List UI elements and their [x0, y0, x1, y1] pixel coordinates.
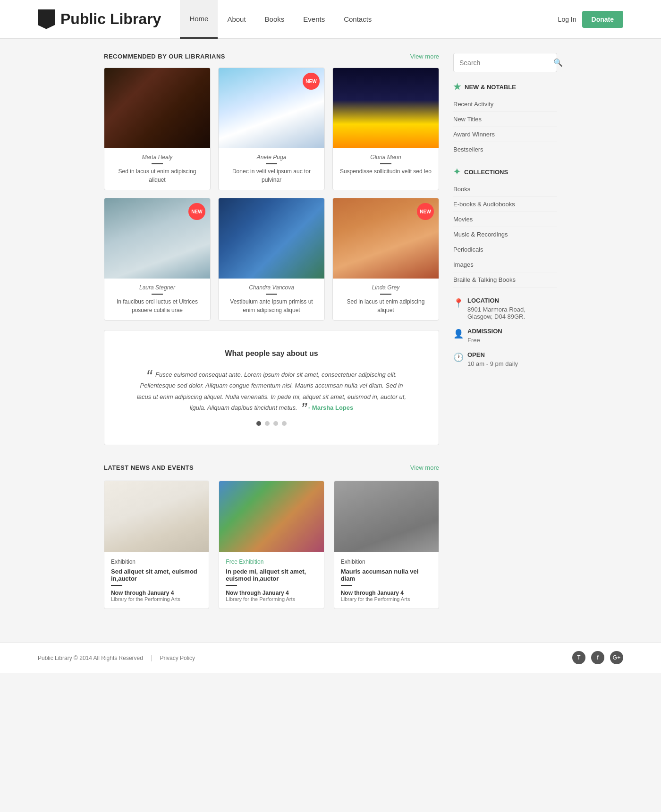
- footer-privacy[interactable]: Privacy Policy: [160, 655, 195, 661]
- dot-1[interactable]: [256, 421, 261, 426]
- news-view-more[interactable]: View more: [410, 464, 439, 471]
- dot-4[interactable]: [282, 421, 287, 426]
- book-desc-6: Sed in lacus ut enim adipiscing aliquet: [339, 297, 433, 314]
- nav-about[interactable]: About: [218, 0, 255, 39]
- search-button[interactable]: 🔍: [548, 53, 568, 72]
- sidebar-item-award-winners[interactable]: Award Winners: [453, 127, 557, 142]
- book-desc-5: Vestibulum ante ipsum primiss ut enim ad…: [224, 297, 319, 314]
- sidebar-item-periodicals[interactable]: Periodicals: [453, 242, 557, 257]
- news-divider-3: [341, 585, 352, 586]
- sidebar-item-recent-activity[interactable]: Recent Activity: [453, 97, 557, 112]
- main-container: RECOMMENDED BY OUR LIBRARIANS View more …: [94, 39, 567, 633]
- book-card[interactable]: Marta Healy Sed in lacus ut enim adipisc…: [104, 68, 211, 190]
- book-card[interactable]: NEW Linda Grey Sed in lacus ut enim adip…: [332, 198, 439, 321]
- book-divider-2: [266, 163, 277, 164]
- dot-3[interactable]: [273, 421, 278, 426]
- book-desc-3: Suspendisse sollicitudin velit sed leo: [339, 167, 433, 176]
- testimonials-title: What people say about us: [133, 349, 410, 358]
- book-info-3: Gloria Mann Suspendisse sollicitudin vel…: [333, 148, 439, 181]
- book-author-3: Gloria Mann: [339, 154, 433, 161]
- sidebar-item-new-titles[interactable]: New Titles: [453, 112, 557, 127]
- nav-books[interactable]: Books: [255, 0, 294, 39]
- news-section: LATEST NEWS AND EVENTS View more Exhibit…: [104, 455, 439, 618]
- book-card[interactable]: Gloria Mann Suspendisse sollicitudin vel…: [332, 68, 439, 190]
- book-divider-1: [152, 163, 163, 164]
- sidebar-admission: 👤 ADMISSION Free: [453, 328, 557, 344]
- nav-home[interactable]: Home: [180, 0, 218, 39]
- news-card-3[interactable]: Exhibition Mauris accumsan nulla vel dia…: [334, 481, 439, 609]
- sidebar-item-braille[interactable]: Braille & Talking Books: [453, 272, 557, 288]
- book-info-6: Linda Grey Sed in lacus ut enim adipisci…: [333, 279, 439, 320]
- news-body-1: Exhibition Sed aliquet sit amet, euismod…: [104, 552, 209, 609]
- sidebar-location: 📍 LOCATION 8901 Marmora Road,Glasgow, D0…: [453, 297, 557, 320]
- sidebar-item-ebooks[interactable]: E-books & Audiobooks: [453, 197, 557, 212]
- content-area: RECOMMENDED BY OUR LIBRARIANS View more …: [104, 53, 439, 618]
- sidebar-notable: ★ NEW & NOTABLE Recent Activity New Titl…: [453, 82, 557, 157]
- book-card[interactable]: NEW Laura Stegner In faucibus orci luctu…: [104, 198, 211, 321]
- sidebar-item-movies[interactable]: Movies: [453, 212, 557, 227]
- facebook-icon[interactable]: f: [591, 651, 604, 664]
- news-card-title-1: Sed aliquet sit amet, euismod in,auctor: [111, 568, 202, 582]
- books-grid: Marta Healy Sed in lacus ut enim adipisc…: [104, 68, 439, 321]
- quote-text: “ Fusce euismod consequat ante. Lorem ip…: [133, 369, 410, 414]
- location-row: 📍 LOCATION 8901 Marmora Road,Glasgow, D0…: [453, 297, 557, 320]
- notable-title: ★ NEW & NOTABLE: [453, 82, 557, 92]
- book-card[interactable]: Chandra Vancova Vestibulum ante ipsum pr…: [218, 198, 325, 321]
- news-grid: Exhibition Sed aliquet sit amet, euismod…: [104, 481, 439, 609]
- admission-icon: 👤: [453, 329, 464, 339]
- nav-events[interactable]: Events: [294, 0, 334, 39]
- clock-icon: 🕐: [453, 352, 464, 363]
- book-author-1: Marta Healy: [110, 154, 204, 161]
- news-date-2: Now through January 4: [226, 590, 317, 596]
- news-title: LATEST NEWS AND EVENTS: [104, 464, 194, 471]
- news-venue-3: Library for the Performing Arts: [341, 596, 432, 602]
- news-card-title-3: Mauris accumsan nulla vel diam: [341, 568, 432, 582]
- footer-separator: |: [151, 654, 153, 661]
- location-address: 8901 Marmora Road,Glasgow, D04 89GR.: [467, 306, 525, 320]
- sidebar-item-books[interactable]: Books: [453, 182, 557, 197]
- news-divider-1: [111, 585, 122, 586]
- star-icon: ★: [453, 82, 461, 92]
- main-nav: Home About Books Events Contacts: [180, 0, 558, 39]
- news-card-2[interactable]: Free Exhibition In pede mi, aliquet sit …: [219, 481, 324, 609]
- book-divider-6: [380, 294, 391, 295]
- new-badge-2: NEW: [303, 73, 320, 90]
- sidebar-hours: 🕐 OPEN 10 am - 9 pm daily: [453, 351, 557, 367]
- nav-contacts[interactable]: Contacts: [334, 0, 381, 39]
- testimonial-dots: [133, 421, 410, 426]
- sidebar-item-images[interactable]: Images: [453, 257, 557, 272]
- book-desc-1: Sed in lacus ut enim adipiscing aliquet: [110, 167, 204, 184]
- news-divider-2: [226, 585, 237, 586]
- news-date-3: Now through January 4: [341, 590, 432, 596]
- book-info-1: Marta Healy Sed in lacus ut enim adipisc…: [104, 148, 210, 190]
- news-header: LATEST NEWS AND EVENTS View more: [104, 464, 439, 471]
- sidebar-item-music[interactable]: Music & Recordings: [453, 227, 557, 242]
- collections-title: ✦ COLLECTIONS: [453, 167, 557, 177]
- twitter-icon[interactable]: T: [572, 651, 585, 664]
- news-venue-1: Library for the Performing Arts: [111, 596, 202, 602]
- book-card[interactable]: NEW Anete Puga Donec in velit vel ipsum …: [218, 68, 325, 190]
- new-badge-6: NEW: [417, 203, 434, 220]
- dot-2[interactable]: [265, 421, 270, 426]
- sidebar-item-bestsellers[interactable]: Bestsellers: [453, 142, 557, 157]
- quote-close-icon: ”: [301, 400, 306, 419]
- search-box: 🔍: [453, 53, 557, 72]
- news-tag-3: Exhibition: [341, 558, 432, 565]
- book-desc-4: In faucibus orci luctus et Ultrices posu…: [110, 297, 204, 314]
- googleplus-icon[interactable]: G+: [610, 651, 623, 664]
- search-input[interactable]: [454, 54, 548, 71]
- footer-left: Public Library © 2014 All Rights Reserve…: [38, 654, 195, 661]
- header-actions: Log In Donate: [558, 11, 623, 28]
- news-card-1[interactable]: Exhibition Sed aliquet sit amet, euismod…: [104, 481, 209, 609]
- recommended-view-more[interactable]: View more: [410, 53, 439, 60]
- footer-copyright: Public Library © 2014 All Rights Reserve…: [38, 655, 143, 661]
- book-author-4: Laura Stegner: [110, 284, 204, 291]
- social-icons: T f G+: [572, 651, 623, 664]
- login-button[interactable]: Log In: [558, 16, 576, 23]
- news-tag-2: Free Exhibition: [226, 558, 317, 565]
- news-body-2: Free Exhibition In pede mi, aliquet sit …: [219, 552, 323, 609]
- logo-text: Public Library: [60, 10, 161, 28]
- book-author-6: Linda Grey: [339, 284, 433, 291]
- donate-button[interactable]: Donate: [582, 11, 623, 28]
- news-body-3: Exhibition Mauris accumsan nulla vel dia…: [334, 552, 439, 609]
